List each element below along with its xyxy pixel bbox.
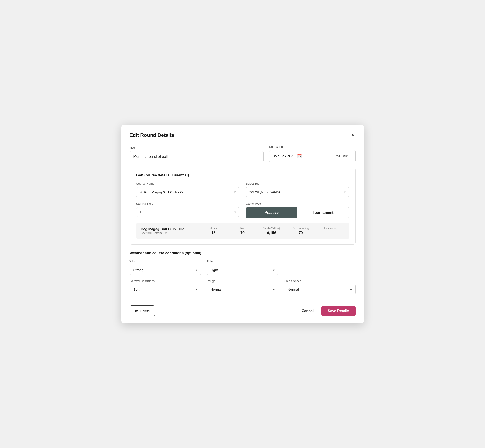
datetime-field-group: Date & Time 05 / 12 / 2021 📅 7:31 AM [269,145,356,162]
rough-group: Rough Normal ▾ [207,279,278,294]
starting-hole-group: Starting Hole 1 ▾ [136,202,240,218]
time-part[interactable]: 7:31 AM [328,151,356,162]
chevron-down-icon: ▾ [344,190,346,194]
modal-title: Edit Round Details [129,132,174,138]
course-name-group: Course Name ⚲ × [136,182,240,197]
starting-hole-label: Starting Hole [136,202,240,205]
close-button[interactable]: × [351,132,356,139]
hole-gametype-row: Starting Hole 1 ▾ Game Type Practice Tou… [136,202,349,218]
course-name-search-wrap: ⚲ × [136,187,240,197]
wind-group: Wind Strong ▾ [129,260,201,275]
rain-chevron-icon: ▾ [273,268,275,272]
par-stat: Par 70 [228,227,257,235]
rain-group: Rain Light ▾ [207,260,278,275]
practice-toggle-button[interactable]: Practice [246,207,297,218]
wind-value: Strong [133,268,196,272]
game-type-label: Game Type [246,202,349,205]
par-value: 70 [228,231,257,235]
date-value: 05 / 12 / 2021 [273,154,295,158]
edit-round-modal: Edit Round Details × Title Date & Time 0… [121,125,364,323]
course-rating-label: Course rating [286,227,315,230]
title-label: Title [129,146,264,149]
starting-hole-wrap[interactable]: 1 ▾ [136,207,240,217]
yards-stat: Yards(Yellow) 6,156 [257,227,286,235]
course-name-label: Course Name [136,182,240,185]
green-speed-value: Normal [288,288,350,291]
tournament-toggle-button[interactable]: Tournament [297,207,349,218]
title-input[interactable] [129,151,264,162]
green-speed-group: Green Speed Normal ▾ [284,279,356,294]
rain-label: Rain [207,260,278,263]
holes-value: 18 [199,231,228,235]
calendar-icon: 📅 [297,154,302,159]
wind-label: Wind [129,260,201,263]
cancel-button[interactable]: Cancel [299,306,316,316]
select-tee-label: Select Tee [246,182,349,185]
course-rating-value: 70 [286,231,315,235]
green-speed-select[interactable]: Normal ▾ [284,285,356,294]
slope-rating-label: Slope rating [315,227,345,230]
conditions-title: Weather and course conditions (optional) [129,251,356,255]
select-tee-wrap[interactable]: Yellow (6,156 yards) ▾ [246,187,349,197]
wind-select[interactable]: Strong ▾ [129,265,201,275]
green-speed-chevron-icon: ▾ [350,288,352,291]
fairway-group: Fairway Conditions Soft ▾ [129,279,201,294]
datetime-row: 05 / 12 / 2021 📅 7:31 AM [269,150,356,162]
rain-value: Light [211,268,273,272]
search-icon: ⚲ [140,190,142,194]
golf-course-section: Golf Course details (Essential) Course N… [129,168,356,245]
save-button[interactable]: Save Details [321,306,356,316]
rough-value: Normal [211,288,273,291]
starting-hole-value: 1 [140,210,233,214]
fairway-select[interactable]: Soft ▾ [129,285,201,294]
delete-button[interactable]: 🗑 Delete [129,305,155,316]
top-fields-row: Title Date & Time 05 / 12 / 2021 📅 7:31 … [129,145,356,162]
green-speed-label: Green Speed [284,279,356,283]
select-tee-value: Yellow (6,156 yards) [249,190,342,194]
chevron-down-icon-2: ▾ [234,210,236,214]
datetime-label: Date & Time [269,145,356,148]
yards-value: 6,156 [257,231,286,235]
course-name-input[interactable] [144,190,232,194]
course-info-location: Shelford Bottom, UK [141,231,199,235]
clear-icon[interactable]: × [234,190,236,194]
course-info-name: Gog Magog Golf Club - Old, [141,227,199,231]
delete-label: Delete [140,309,150,313]
holes-stat: Holes 18 [199,227,228,235]
game-type-group: Game Type Practice Tournament [246,202,349,218]
slope-rating-value: - [315,231,345,235]
date-part[interactable]: 05 / 12 / 2021 📅 [269,151,328,162]
title-field-group: Title [129,146,264,162]
rain-select[interactable]: Light ▾ [207,265,278,275]
fairway-chevron-icon: ▾ [196,288,197,291]
conditions-section: Weather and course conditions (optional)… [129,251,356,294]
course-info-row: Gog Magog Golf Club - Old, Shelford Bott… [136,223,349,239]
course-rating-stat: Course rating 70 [286,227,315,235]
time-value: 7:31 AM [335,154,348,158]
fairway-value: Soft [133,288,196,291]
fairway-label: Fairway Conditions [129,279,201,283]
rough-chevron-icon: ▾ [273,288,275,291]
fairway-rough-green-row: Fairway Conditions Soft ▾ Rough Normal ▾… [129,279,356,294]
wind-rain-row: Wind Strong ▾ Rain Light ▾ [129,260,356,275]
rough-select[interactable]: Normal ▾ [207,285,278,294]
course-info-name-group: Gog Magog Golf Club - Old, Shelford Bott… [141,227,199,235]
modal-header: Edit Round Details × [129,132,356,139]
yards-label: Yards(Yellow) [257,227,286,230]
slope-rating-stat: Slope rating - [315,227,345,235]
wind-chevron-icon: ▾ [196,268,197,272]
trash-icon: 🗑 [135,309,138,313]
footer-row: 🗑 Delete Cancel Save Details [129,305,356,316]
holes-label: Holes [199,227,228,230]
par-label: Par [228,227,257,230]
golf-course-title: Golf Course details (Essential) [136,173,349,177]
course-tee-row: Course Name ⚲ × Select Tee Yellow (6,156… [136,182,349,197]
select-tee-group: Select Tee Yellow (6,156 yards) ▾ [246,182,349,197]
rough-label: Rough [207,279,278,283]
footer-divider [129,301,356,301]
game-type-toggle: Practice Tournament [246,207,349,218]
footer-right: Cancel Save Details [299,306,356,316]
